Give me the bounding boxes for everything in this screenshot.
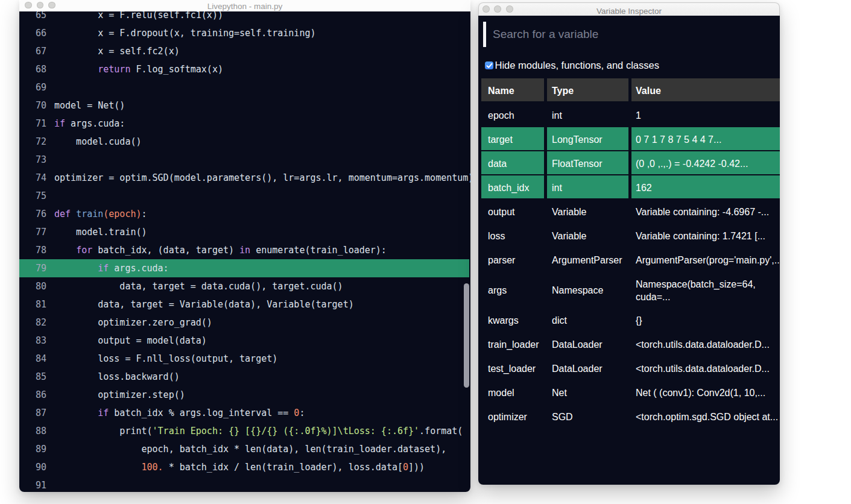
code-text: print('Train Epoch: {} [{}/{} ({:.0f}%)]… (54, 426, 463, 436)
code-text: model = Net() (54, 100, 125, 111)
editor-scrollbar-thumb[interactable] (464, 283, 469, 388)
code-token-plain: data, target = Variable(data), Variable(… (54, 299, 354, 310)
code-line[interactable]: 89 epoch, batch_idx * len(data), len(tra… (19, 440, 470, 458)
cell-type: Net (547, 380, 628, 404)
variable-row[interactable]: outputVariableVariable containing: -4.69… (481, 199, 780, 223)
cell-type: DataLoader (547, 356, 628, 380)
variable-row[interactable]: targetLongTensor0 7 1 7 8 7 5 4 4 7... (481, 127, 780, 151)
variable-row[interactable]: batch_idxint162 (481, 175, 780, 199)
code-token-plain: args.cuda: (109, 263, 168, 274)
code-token-plain (54, 263, 98, 274)
code-line[interactable]: 65 x = F.relu(self.fc1(x)) (19, 11, 470, 24)
cell-value: Variable containing: -4.6967 -... (631, 199, 780, 223)
variable-row[interactable]: dataFloatTensor(0 ,0 ,.,.) = -0.4242 -0.… (481, 151, 780, 175)
hide-modules-row: Hide modules, functions, and classes (485, 61, 659, 70)
cell-value: {} (631, 307, 780, 332)
code-line[interactable]: 72 model.cuda() (19, 133, 470, 151)
code-token-plain: * batch_idx / len(train_loader), loss.da… (163, 462, 403, 473)
variable-row[interactable]: kwargsdict{} (481, 307, 780, 332)
code-line[interactable]: 74optimizer = optim.SGD(model.parameters… (19, 169, 470, 187)
inspector-titlebar[interactable]: Variable Inspector (478, 2, 780, 16)
hide-modules-checkbox[interactable] (485, 61, 493, 70)
code-token-plain: output = model(data) (54, 335, 207, 346)
code-text: loss.backward() (54, 371, 180, 382)
code-line[interactable]: 82 optimizer.zero_grad() (19, 313, 470, 332)
cell-value: (0 ,0 ,.,.) = -0.4242 -0.42... (631, 151, 780, 174)
line-number: 88 (19, 426, 46, 436)
code-line[interactable]: 84 loss = F.nll_loss(output, target) (19, 350, 470, 368)
code-line[interactable]: 75 (19, 187, 470, 205)
cell-name: parser (481, 247, 544, 271)
code-token-plain (71, 209, 76, 219)
code-text: x = F.dropout(x, training=self.training) (54, 28, 315, 39)
inspector-window: Variable Inspector Hide modules, functio… (478, 2, 780, 485)
cell-value: <torch.optim.sgd.SGD object at... (631, 404, 780, 428)
code-token-num: 0 (403, 462, 408, 473)
cell-name: test_loader (481, 356, 544, 380)
code-text: for batch_idx, (data, target) in enumera… (54, 245, 387, 256)
cell-name: loss (481, 223, 544, 247)
column-header-type[interactable]: Type (547, 78, 628, 101)
code-editor[interactable]: 65 x = F.relu(self.fc1(x))66 x = F.dropo… (19, 11, 470, 492)
variable-table: NameTypeValueepochint1targetLongTensor0 … (481, 78, 780, 428)
code-text: x = self.fc2(x) (54, 46, 180, 57)
code-line[interactable]: 73 (19, 151, 470, 169)
code-text: optimizer.zero_grad() (54, 317, 212, 328)
code-line[interactable]: 76def train(epoch): (19, 205, 470, 223)
code-line[interactable]: 70model = Net() (19, 96, 470, 115)
cell-name: epoch (481, 102, 544, 127)
code-token-fn: train (76, 209, 103, 219)
code-line[interactable]: 71if args.cuda: (19, 115, 470, 133)
code-line[interactable]: 67 x = self.fc2(x) (19, 42, 470, 60)
code-line[interactable]: 77 model.train() (19, 223, 470, 241)
code-text: optimizer.step() (54, 389, 185, 400)
inspector-window-title: Variable Inspector (479, 7, 779, 16)
variable-row[interactable]: epochint1 (481, 102, 780, 127)
code-token-plain: optimizer.step() (54, 389, 185, 400)
line-number: 65 (19, 11, 46, 20)
cell-value: 162 (631, 175, 780, 198)
variable-row[interactable]: modelNetNet ( (conv1): Conv2d(1, 10,... (481, 380, 780, 404)
code-token-plain: batch_idx, (data, target) (92, 245, 239, 256)
variable-row[interactable]: optimizerSGD<torch.optim.sgd.SGD object … (481, 404, 780, 428)
code-line[interactable]: 66 x = F.dropout(x, training=self.traini… (19, 24, 470, 42)
code-line[interactable]: 86 optimizer.step() (19, 386, 470, 404)
variable-row[interactable]: parserArgumentParserArgumentParser(prog=… (481, 247, 780, 271)
cell-name: model (481, 380, 544, 404)
code-line[interactable]: 88 print('Train Epoch: {} [{}/{} ({:.0f}… (19, 422, 470, 440)
code-line[interactable]: 85 loss.backward() (19, 368, 470, 386)
line-number: 72 (19, 136, 46, 147)
code-line[interactable]: 83 output = model(data) (19, 332, 470, 350)
code-token-kw: if (98, 263, 109, 274)
code-token-str: 'Train Epoch: {} [{}/{} ({:.0f}%)]\tLoss… (153, 426, 420, 436)
variable-row[interactable]: test_loaderDataLoader<torch.utils.data.d… (481, 356, 780, 380)
editor-titlebar[interactable]: Livepython - main.py (19, 0, 470, 11)
code-line[interactable]: 69 (19, 78, 470, 96)
code-line[interactable]: 80 data, target = data.cuda(), target.cu… (19, 277, 470, 295)
code-text: model.cuda() (54, 136, 142, 147)
cell-value: Net ( (conv1): Conv2d(1, 10,... (631, 380, 780, 404)
search-input[interactable] (483, 22, 771, 47)
code-text: epoch, batch_idx * len(data), len(train_… (54, 444, 446, 455)
cell-value: <torch.utils.data.dataloader.D... (631, 356, 780, 380)
code-text: if args.cuda: (54, 263, 169, 274)
line-number: 90 (19, 462, 46, 473)
checkmark-icon (486, 63, 493, 69)
column-header-name[interactable]: Name (481, 78, 544, 101)
variable-row[interactable]: argsNamespaceNamespace(batch_size=64, cu… (481, 271, 780, 307)
editor-window-title: Livepython - main.py (19, 2, 470, 11)
code-line[interactable]: 68 return F.log_softmax(x) (19, 60, 470, 78)
desktop: Livepython - main.py 65 x = F.relu(self.… (0, 0, 851, 504)
code-line[interactable]: 87 if batch_idx % args.log_interval == 0… (19, 404, 470, 422)
code-line[interactable]: 81 data, target = Variable(data), Variab… (19, 295, 470, 313)
code-text: model.train() (54, 227, 147, 238)
code-token-plain: data, target = data.cuda(), target.cuda(… (54, 281, 343, 292)
cell-name: train_loader (481, 332, 544, 356)
code-line[interactable]: 79 if args.cuda: (19, 259, 470, 277)
code-line[interactable]: 78 for batch_idx, (data, target) in enum… (19, 241, 470, 259)
variable-row[interactable]: lossVariableVariable containing: 1.7421 … (481, 223, 780, 247)
column-header-value[interactable]: Value (631, 78, 780, 101)
variable-row[interactable]: train_loaderDataLoader<torch.utils.data.… (481, 332, 780, 356)
code-line[interactable]: 90 100. * batch_idx / len(train_loader),… (19, 458, 470, 476)
code-line[interactable]: 91 (19, 476, 470, 492)
